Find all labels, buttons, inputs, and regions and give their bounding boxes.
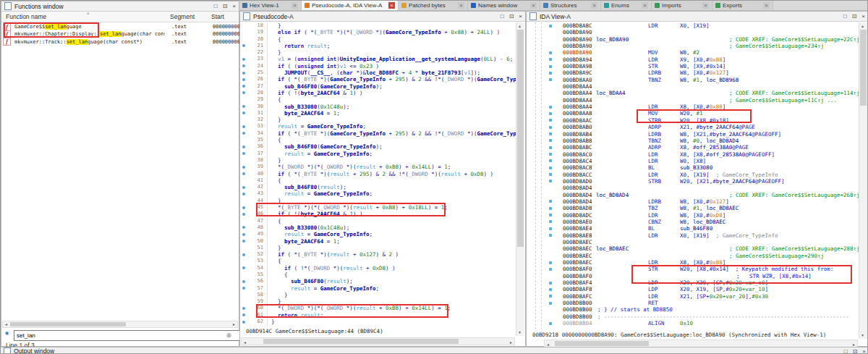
asm-line[interactable]: 000BD8A90; GameCore$$SetLauguage+234↑j [527, 43, 859, 49]
pseudocode-line[interactable]: 20 { [240, 36, 516, 43]
pseudocode-line[interactable]: 52 if ( *(_BYTE *)(result + 0x127) & 2 ) [240, 251, 516, 258]
pseudocode-line[interactable]: 49 result = GameCore_TypeInfo; [240, 231, 516, 237]
disassembly-view[interactable]: 000BD8A8CLDRX0, [X19]000BD8A90000BD8A90l… [527, 22, 859, 328]
minimize-button[interactable]: □ [214, 2, 218, 10]
asm-line[interactable]: 000BD8AB4LDRBW8, [X21,#byte_2AACF64@PAGE… [527, 131, 859, 138]
asm-line[interactable]: 000BD8AB8TBNZW8, #0, loc_BD8AD4 [527, 138, 859, 144]
asm-line[interactable]: 000BD8AD0STRBW20, [X21,#byte_2AACF64@PAG… [527, 178, 859, 185]
pseudocode-line[interactable]: 38 } [240, 157, 516, 164]
pseudocode-line[interactable]: 31 byte_2AACF64 = 1; [240, 110, 516, 117]
pseudocode-line[interactable]: 35 { [240, 137, 516, 143]
pseudocode-line[interactable]: 47 { [240, 218, 516, 224]
asm-line[interactable]: 000BD8AF0; STR WZR, [X8,#0x14] [527, 273, 859, 279]
pseudocode-line[interactable]: 19 else if ( *(_BYTE *)(*(_QWORD *)(Game… [240, 29, 516, 35]
tab-close-icon[interactable]: × [458, 2, 464, 9]
tab-close-icon[interactable]: × [292, 2, 298, 9]
scroll-up-icon[interactable]: ▲ [518, 23, 522, 29]
asm-line[interactable]: 000BD8AD4LDRBW8, [X0,#0x127] [527, 198, 859, 205]
pseudocode-line[interactable]: 39 *(_DWORD *)(*(_QWORD *)(result + 0xB8… [240, 164, 516, 170]
tab-close-icon[interactable]: × [388, 2, 395, 9]
scrollbar-thumb[interactable] [860, 30, 867, 106]
pseudocode-line[interactable]: 50 byte_2AACF64 = 1; [240, 238, 516, 245]
scroll-right-icon[interactable]: ► [509, 340, 513, 345]
asm-line[interactable]: 000BD8AE0CBNZW8, loc_BD8AEC [527, 219, 859, 225]
pseudocode-line[interactable]: 51 } [240, 245, 516, 251]
pseudocode-line[interactable]: 43 result = GameCore_TypeInfo; [240, 190, 516, 197]
pseudocode-line[interactable]: 41 { [240, 177, 516, 184]
pseudocode-line[interactable]: 58 } [240, 292, 516, 298]
restore-button[interactable]: ⊡ [852, 12, 857, 20]
asm-line[interactable]: 000BD8AA4LDRX8, [X0,#0x88] [527, 104, 859, 110]
asm-line[interactable]: 000BD8A90MOVW8, #2 [527, 49, 859, 56]
pseudocode-line[interactable]: 34 if ( *(_BYTE *)(GameCore_TypeInfo + 2… [240, 130, 516, 137]
pseudocode-line[interactable]: 46 if ( !(byte_2AACF64 & 1) ) [240, 211, 516, 217]
column-header-segment[interactable]: Segment [170, 13, 195, 20]
asm-line[interactable]: 000BD8AA4 [527, 83, 859, 90]
pseudocode-line[interactable]: 22 } [240, 49, 516, 56]
asm-line[interactable]: 000BD8AEC; GameCore$$SetLauguage+290↑j [527, 253, 859, 259]
asm-line[interactable]: 000BD8AA8MOVW20, #1 [527, 110, 859, 117]
asm-line[interactable]: 000BD8AD4loc_BD8AD4; CODE XREF: GameCore… [527, 192, 859, 198]
asm-line[interactable]: 000BD8AF0STRW20, [X8,#0x14] ; Keypatch m… [527, 266, 859, 272]
scrollbar-thumb[interactable] [263, 339, 459, 344]
pseudocode-line[interactable]: 18 } [240, 22, 516, 29]
asm-line[interactable]: 000BD8AC4LDRW0, [X8] [527, 158, 859, 164]
tab-pseudocode-a-ida-view-a[interactable]: Pseudocode-A, IDA View-A× [302, 1, 399, 10]
asm-line[interactable]: 000BD8AE4BLsub_B46F80 [527, 225, 859, 232]
close-button[interactable]: × [519, 12, 522, 20]
search-input[interactable] [14, 330, 243, 341]
scroll-down-icon[interactable]: ▼ [861, 332, 864, 338]
scroll-right-icon[interactable]: ► [232, 321, 236, 327]
pseudocode-view[interactable]: 18 }19 else if ( *(_BYTE *)(*(_QWORD *)(… [240, 22, 516, 326]
asm-line[interactable]: 000BD8AECloc_BD8AEC; CODE XREF: GameCore… [527, 245, 859, 252]
asm-line[interactable]: 000BD8B04ALIGN0x10 [527, 320, 859, 326]
pseudocode-line[interactable]: 60 *(_DWORD *)(*(_QWORD *)(result + 0xB8… [240, 305, 516, 311]
functions-horizontal-scrollbar[interactable]: ◄ ► [2, 321, 238, 328]
pseudocode-line[interactable]: 32 } [240, 117, 516, 123]
close-button[interactable]: × [862, 347, 866, 354]
minimize-button[interactable]: □ [843, 12, 847, 20]
tab-exports[interactable]: Exports× [712, 1, 773, 10]
minimize-button[interactable]: □ [844, 347, 848, 354]
asm-line[interactable]: 000BD8A90loc_BD8A90; CODE XREF: GameCore… [527, 36, 859, 43]
scrollbar-thumb[interactable] [10, 322, 126, 326]
tab-hex-view-1[interactable]: Hex View-1× [239, 1, 302, 10]
minimize-button[interactable]: □ [501, 12, 504, 20]
function-row[interactable]: fmkvmuxer::Track::set_language(char cons… [3, 38, 237, 46]
pseudocode-line[interactable]: 21 return result; [240, 43, 516, 49]
tab-patched-bytes[interactable]: Patched bytes× [399, 1, 468, 10]
asm-line[interactable]: 000BD8AC0LDRX8, [X8,#off_28538A0@PAGEOFF… [527, 151, 859, 158]
pseudocode-line[interactable]: 44 } [240, 198, 516, 204]
function-row[interactable]: fmkvmuxer::Chapter::Display::set_languag… [3, 30, 237, 38]
scrollbar-thumb[interactable] [517, 30, 524, 247]
asm-line[interactable]: 000BD8AEC [527, 239, 859, 245]
pseudocode-line[interactable]: 26 if ( *(_BYTE *)(GameCore_TypeInfo + 2… [240, 76, 516, 83]
scroll-left-icon[interactable]: ◄ [4, 321, 8, 327]
tab-enums[interactable]: Enums× [601, 1, 652, 10]
pseudocode-line[interactable]: 24 if ( (unsigned int)v1 <= 0x23 ) [240, 63, 516, 69]
asm-line[interactable]: 000BD8AD4 [527, 185, 859, 191]
asm-line[interactable]: 000BD8AA4loc_BDAA4; CODE XREF: GameCore$… [527, 90, 859, 96]
pseudocode-line[interactable]: 61 return result; [240, 312, 516, 319]
asm-line[interactable]: 000BD8AFCLDRX21, [SP+0x20+var_20],#0x30 [527, 293, 859, 300]
asm-line[interactable]: 000BD8ABCADRPX8, #off_28538A0@PAGE [527, 144, 859, 151]
scroll-up-icon[interactable]: ▲ [861, 23, 864, 29]
asm-line[interactable]: 000BD8A94LDRX9, [X0,#0x88] [527, 56, 859, 63]
pseudocode-line[interactable]: 45 *(_BYTE *)(*(_QWORD *)(result + 0xB8)… [240, 204, 516, 211]
close-button[interactable]: × [232, 2, 236, 10]
asm-line[interactable]: 000BD8AA0TBNZW8, #1, loc_BD8968 [527, 77, 859, 83]
column-header-start[interactable]: Start [211, 13, 224, 20]
pseudocode-line[interactable]: 36 sub_B46F80(GameCore_TypeInfo); [240, 143, 516, 150]
pseudocode-line[interactable]: 57 result = GameCore_TypeInfo; [240, 285, 516, 292]
pseudocode-line[interactable]: 29 { [240, 96, 516, 103]
pseudocode-line[interactable]: 30 sub_B33080(0x1C48u); [240, 104, 516, 110]
asm-line[interactable]: 000BD8A9CLDRBW8, [X0,#0x127] [527, 69, 859, 76]
function-row[interactable]: fGameCore$$set_language.text0000000000 [3, 23, 237, 30]
clear-search-icon[interactable]: ⊗ [226, 332, 231, 339]
pseudocode-horizontal-scrollbar[interactable]: ◄ ► [241, 337, 515, 345]
asm-line[interactable]: 000BD8B00RET [527, 300, 859, 306]
restore-button[interactable]: ⊡ [853, 347, 858, 354]
pseudocode-line[interactable]: 53 { [240, 258, 516, 264]
asm-line[interactable]: 000BD8AD8TBZW8, #1, loc_BD8AEC [527, 205, 859, 211]
asm-line[interactable]: 000BD8AECLDRX8, [X0,#0x88] [527, 259, 859, 266]
